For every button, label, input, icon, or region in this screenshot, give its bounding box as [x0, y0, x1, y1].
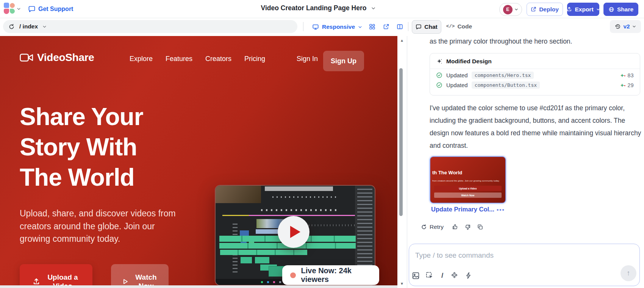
timeline-track [220, 250, 307, 255]
toolbar-divider [303, 22, 303, 31]
lightning-icon[interactable] [465, 272, 472, 279]
chat-bubble-icon [28, 5, 36, 13]
responsive-mode-dropdown[interactable]: Responsive [312, 22, 362, 31]
route-chevron-down-icon[interactable] [42, 25, 47, 29]
version-chevron-down-icon [632, 25, 636, 28]
toolbar-divider [408, 22, 408, 31]
play-button[interactable] [278, 216, 309, 248]
timeline-clip [241, 257, 252, 263]
open-in-new-tab-icon[interactable] [383, 23, 389, 30]
avatar: E [503, 5, 513, 14]
scrollbar-thumb[interactable] [399, 68, 403, 216]
watch-now-button[interactable]: Watch Now [111, 264, 169, 288]
upload-video-button[interactable]: Upload a Video [20, 264, 92, 288]
refresh-icon[interactable] [8, 23, 15, 30]
editor-toolbar-dots [272, 196, 337, 198]
site-preview: VideoShare Explore Features Creators Pri… [0, 36, 397, 288]
version-history-dropdown[interactable]: v2 [610, 20, 641, 33]
export-upload-icon [566, 6, 572, 12]
components-grid-icon[interactable] [369, 23, 375, 30]
app-window: Get Support Video Creator Landing Page H… [0, 0, 644, 288]
send-arrow-icon: ↑ [627, 269, 630, 277]
upload-icon [32, 277, 41, 286]
version-thumbnail[interactable]: th The World from creators around the gl… [430, 156, 506, 203]
updated-file-row: Updated components/Hero.tsx +- 83 [430, 69, 640, 79]
responsive-label: Responsive [322, 23, 355, 30]
split-view-icon[interactable] [397, 23, 403, 30]
project-title-dropdown[interactable]: Video Creator Landing Page Hero [261, 4, 376, 12]
scroll-up-arrow[interactable]: ▲ [400, 38, 404, 42]
version-caption-link[interactable]: Update Primary Col... [431, 206, 494, 213]
globe-icon [608, 6, 614, 13]
code-icon: </> [446, 24, 455, 29]
update-action: Updated [446, 72, 468, 78]
logo-chevron-down-icon[interactable] [17, 7, 21, 11]
mini-watch-button: Watch Now [434, 193, 502, 198]
chat-input[interactable] [414, 249, 575, 262]
chat-input-box: / ↑ [409, 244, 640, 286]
chat-tab-label: Chat [424, 23, 437, 30]
retry-label: Retry [430, 224, 444, 230]
timeline-pink-line [249, 215, 355, 216]
copy-icon[interactable] [477, 224, 483, 230]
version-label: v2 [623, 23, 630, 30]
image-icon[interactable] [412, 272, 420, 280]
sign-in-link[interactable]: Sign In [297, 55, 318, 63]
export-button[interactable]: Export [567, 3, 599, 16]
site-nav: Explore Features Creators Pricing [130, 55, 265, 63]
monitor-icon [312, 23, 319, 30]
top-bar: Get Support Video Creator Landing Page H… [0, 0, 644, 18]
thumbs-down-icon[interactable] [464, 224, 471, 230]
chat-panel: as the primary color throughout the hero… [407, 36, 644, 288]
editor-transport-controls [261, 209, 337, 211]
slash-command-icon[interactable]: / [441, 271, 443, 280]
check-circle-icon [436, 72, 442, 78]
nav-link-explore[interactable]: Explore [130, 55, 153, 63]
diff-stats: +- 83 [621, 72, 634, 78]
responsive-chevron-down-icon [358, 25, 362, 29]
get-support-button[interactable]: Get Support [28, 4, 73, 14]
mini-headline: th The World [432, 170, 462, 175]
tab-code[interactable]: </> Code [444, 20, 474, 33]
thumbs-up-icon[interactable] [452, 224, 459, 230]
file-chip[interactable]: components/Hero.tsx [472, 72, 534, 79]
scroll-down-arrow[interactable]: ▼ [400, 282, 404, 286]
diff-stats: +- 29 [621, 82, 634, 88]
deploy-button[interactable]: Deploy [527, 3, 563, 16]
site-logo[interactable]: VideoShare [20, 52, 94, 64]
assistant-message: I've updated the color scheme to use #cd… [430, 102, 644, 152]
play-triangle-icon [290, 226, 300, 238]
horizontal-scroll-track[interactable] [0, 285, 397, 288]
mini-upload-button: Upload a Video [434, 186, 502, 191]
account-menu[interactable]: E [499, 3, 522, 16]
code-tab-label: Code [457, 23, 472, 30]
nav-link-creators[interactable]: Creators [205, 55, 231, 63]
composer-tools: / [412, 271, 472, 280]
sign-up-label: Sign Up [331, 57, 356, 65]
page-title: Video Creator Landing Page Hero [261, 4, 367, 12]
assistant-message-scrolled: as the primary color throughout the hero… [430, 37, 572, 46]
sign-up-button[interactable]: Sign Up [323, 51, 364, 71]
preview-scrollbar: ▲ ▼ [397, 36, 407, 288]
live-dot-icon [290, 272, 296, 278]
send-button[interactable]: ↑ [621, 265, 636, 281]
deploy-external-icon [531, 6, 536, 12]
diamond-cluster-icon[interactable] [450, 272, 458, 280]
live-now-badge: Live Now: 24k viewers [282, 265, 379, 285]
export-chevron-down-icon [596, 8, 600, 11]
more-options-ellipsis[interactable]: ••• [497, 207, 505, 213]
file-chip[interactable]: components/Button.tsx [472, 81, 540, 89]
nav-link-features[interactable]: Features [166, 55, 192, 63]
address-bar[interactable]: / index [3, 20, 297, 33]
message-actions: Retry [421, 222, 483, 232]
history-icon [615, 23, 621, 30]
app-logo-icon[interactable] [4, 3, 16, 14]
play-outline-icon [122, 278, 129, 285]
share-button[interactable]: Share [603, 3, 638, 16]
modified-design-title: Modified Design [446, 58, 492, 65]
retry-button[interactable]: Retry [421, 224, 444, 230]
deploy-label: Deploy [539, 6, 559, 13]
select-element-icon[interactable] [425, 271, 434, 280]
tab-chat[interactable]: Chat [412, 20, 441, 34]
nav-link-pricing[interactable]: Pricing [244, 55, 265, 63]
